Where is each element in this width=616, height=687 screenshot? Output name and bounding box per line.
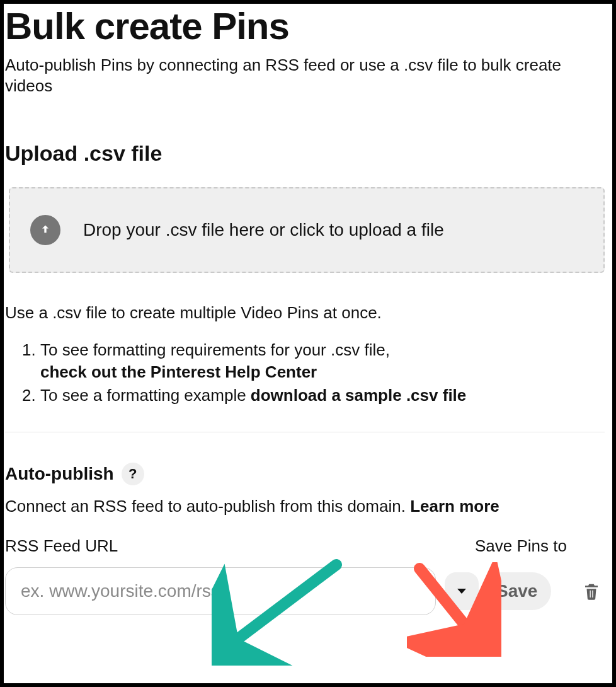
delete-button[interactable] <box>582 580 605 602</box>
board-select-dropdown[interactable] <box>445 572 479 610</box>
chevron-down-icon <box>454 584 469 599</box>
autopublish-description-text: Connect an RSS feed to auto-publish from… <box>5 497 410 516</box>
save-button-label: Save <box>496 581 537 601</box>
rss-url-input[interactable] <box>5 567 436 615</box>
help-text: To see a formatting example <box>40 386 251 405</box>
help-text: To see formatting requirements for your … <box>40 340 390 359</box>
section-heading-autopublish: Auto-publish <box>5 464 114 484</box>
save-button[interactable]: Save <box>482 572 551 610</box>
section-heading-upload: Upload .csv file <box>5 141 605 166</box>
list-item: To see a formatting example download a s… <box>40 384 605 407</box>
rss-url-label: RSS Feed URL <box>5 536 118 556</box>
help-center-link[interactable]: check out the Pinterest Help Center <box>40 362 317 381</box>
upload-help-list: To see formatting requirements for your … <box>40 339 605 407</box>
upload-help-lead: Use a .csv file to create multiple Video… <box>5 303 605 323</box>
learn-more-link[interactable]: Learn more <box>410 497 499 516</box>
dropzone-text: Drop your .csv file here or click to upl… <box>83 220 444 240</box>
trash-icon <box>582 580 601 602</box>
upload-icon <box>30 215 60 245</box>
save-pins-to-label: Save Pins to <box>475 536 567 556</box>
divider <box>5 432 605 432</box>
page-subtitle: Auto-publish Pins by connecting an RSS f… <box>5 55 597 96</box>
page-title: Bulk create Pins <box>5 6 605 46</box>
download-sample-link[interactable]: download a sample .csv file <box>251 386 466 405</box>
help-icon[interactable]: ? <box>122 463 144 485</box>
autopublish-description: Connect an RSS feed to auto-publish from… <box>5 497 605 516</box>
csv-dropzone[interactable]: Drop your .csv file here or click to upl… <box>9 187 605 273</box>
list-item: To see formatting requirements for your … <box>40 339 605 383</box>
